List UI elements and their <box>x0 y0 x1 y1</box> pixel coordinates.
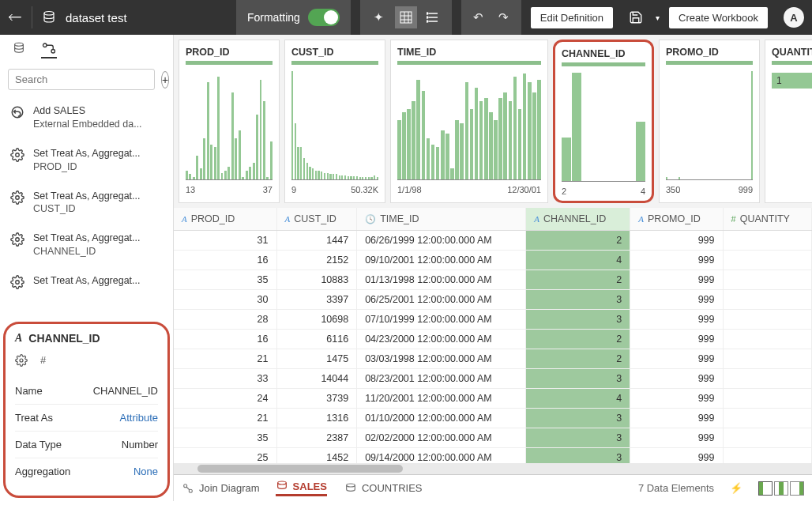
card-title: CHANNEL_ID <box>562 48 645 59</box>
save-chevron-icon[interactable]: ▾ <box>656 13 660 22</box>
column-header-PROMO_ID[interactable]: APROMO_ID <box>630 208 723 231</box>
cell-cust: 2152 <box>276 251 357 270</box>
table-row[interactable]: 21 1316 01/10/2000 12:00:00.000 AM 3 999 <box>174 409 812 428</box>
svg-point-9 <box>427 13 428 14</box>
action-item[interactable]: Set Treat As, Aggregat...CHANNEL_ID <box>0 224 171 266</box>
layout-right-icon[interactable] <box>790 481 804 496</box>
action-line2: PROD_ID <box>33 160 141 174</box>
table-row[interactable]: 35 2387 02/02/2000 12:00:00.000 AM 3 999 <box>174 428 812 448</box>
column-card-PROD_ID[interactable]: PROD_ID 1337 <box>179 40 280 203</box>
column-header-QUANTITY_S[interactable]: #QUANTITY <box>723 208 811 231</box>
card-quality-bar <box>186 61 273 65</box>
magic-wand-icon[interactable]: ✦ <box>368 6 390 28</box>
cell-qty <box>723 369 811 389</box>
column-properties-panel: A CHANNEL_ID # NameCHANNEL_IDTreat AsAtt… <box>3 322 170 498</box>
svg-point-13 <box>43 43 47 47</box>
edit-definition-button[interactable]: Edit Definition <box>531 7 613 28</box>
sidebar-tab-data[interactable] <box>11 43 27 58</box>
column-header-TIME_ID[interactable]: 🕓TIME_ID <box>357 208 526 231</box>
cell-cust: 6116 <box>276 330 357 349</box>
join-diagram-label: Join Diagram <box>199 482 260 494</box>
property-value: None <box>133 466 158 477</box>
svg-rect-1 <box>400 12 412 23</box>
layout-left-icon[interactable] <box>758 481 773 496</box>
action-line1: Set Treat As, Aggregat... <box>33 190 141 203</box>
footer: Join Diagram SALESCOUNTRIES 7 Data Eleme… <box>174 474 812 501</box>
column-card-CUST_ID[interactable]: CUST_ID 950.32K <box>284 40 385 203</box>
action-item[interactable]: Set Treat As, Aggregat... <box>0 266 171 298</box>
layout-icons <box>758 481 804 496</box>
cell-channel: 3 <box>526 448 630 464</box>
table-row[interactable]: 33 14044 08/23/2001 12:00:00.000 AM 3 99… <box>174 369 812 389</box>
add-step-button[interactable]: + <box>161 71 169 89</box>
cell-channel: 3 <box>526 310 630 330</box>
cell-qty <box>723 448 811 464</box>
data-elements-count: 7 Data Elements <box>638 482 714 494</box>
table-row[interactable]: 31 1447 06/26/1999 12:00:00.000 AM 2 999 <box>174 231 812 251</box>
table-row[interactable]: 28 10698 07/10/1999 12:00:00.000 AM 3 99… <box>174 310 812 330</box>
property-row[interactable]: AggregationNone <box>15 458 158 484</box>
save-icon[interactable] <box>622 10 649 25</box>
action-item[interactable]: Add SALESExternal Embedded da... <box>0 96 171 139</box>
cell-promo: 999 <box>630 270 723 290</box>
grid-view-icon[interactable] <box>395 6 417 28</box>
cell-prod: 16 <box>174 251 276 270</box>
hash-icon[interactable]: # <box>40 354 46 367</box>
action-item[interactable]: Set Treat As, Aggregat...PROD_ID <box>0 139 171 182</box>
action-item[interactable]: Set Treat As, Aggregat...CUST_ID <box>0 182 171 224</box>
svg-point-17 <box>16 195 20 199</box>
column-card-QUANTITY_S[interactable]: QUANTITY_S1 <box>765 40 812 203</box>
column-card-CHANNEL_ID[interactable]: CHANNEL_ID 24 <box>553 40 654 203</box>
cell-qty <box>723 270 811 290</box>
cell-cust: 10883 <box>276 270 357 290</box>
cell-prod: 30 <box>174 290 276 310</box>
cell-channel: 2 <box>526 231 630 251</box>
action-line1: Set Treat As, Aggregat... <box>33 232 141 245</box>
lightning-icon[interactable]: ⚡ <box>730 482 742 494</box>
column-card-PROMO_ID[interactable]: PROMO_ID 350999 <box>659 40 760 203</box>
back-arrow-icon[interactable]: 🡐 <box>8 9 22 26</box>
footer-tab-countries[interactable]: COUNTRIES <box>344 481 423 496</box>
svg-point-23 <box>277 481 286 484</box>
property-row[interactable]: NameCHANNEL_ID <box>15 378 158 405</box>
property-row[interactable]: Data TypeNumber <box>15 432 158 458</box>
redo-icon[interactable]: ↷ <box>493 6 515 28</box>
user-avatar[interactable]: A <box>784 7 804 28</box>
undo-icon[interactable]: ↶ <box>468 6 490 28</box>
cell-promo: 999 <box>630 448 723 464</box>
join-diagram-button[interactable]: Join Diagram <box>182 482 260 495</box>
cell-channel: 2 <box>526 270 630 290</box>
table-row[interactable]: 16 6116 04/23/2000 12:00:00.000 AM 2 999 <box>174 330 812 349</box>
data-table: APROD_IDACUST_ID🕓TIME_IDACHANNEL_IDAPROM… <box>174 208 812 463</box>
table-row[interactable]: 35 10883 01/13/1998 12:00:00.000 AM 2 99… <box>174 270 812 290</box>
list-view-icon[interactable] <box>422 6 444 28</box>
gear-icon[interactable] <box>15 354 28 367</box>
table-row[interactable]: 21 1475 03/03/1998 12:00:00.000 AM 2 999 <box>174 349 812 369</box>
cell-promo: 999 <box>630 349 723 369</box>
footer-tab-sales[interactable]: SALES <box>276 481 327 496</box>
formatting-toggle[interactable] <box>308 9 340 26</box>
action-line2: CHANNEL_ID <box>33 245 141 258</box>
cell-prod: 33 <box>174 369 276 389</box>
layout-mid-icon[interactable] <box>774 481 788 496</box>
data-table-wrap[interactable]: APROD_IDACUST_ID🕓TIME_IDACHANNEL_IDAPROM… <box>174 208 812 463</box>
column-header-CUST_ID[interactable]: ACUST_ID <box>276 208 357 231</box>
cell-cust: 1452 <box>276 448 357 464</box>
search-input[interactable] <box>8 69 155 90</box>
table-row[interactable]: 24 3739 11/20/2001 12:00:00.000 AM 4 999 <box>174 389 812 409</box>
svg-point-14 <box>51 50 55 54</box>
histogram-chart <box>666 71 753 180</box>
table-row[interactable]: 25 1452 09/14/2000 12:00:00.000 AM 3 999 <box>174 448 812 464</box>
property-row[interactable]: Treat AsAttribute <box>15 405 158 432</box>
column-header-CHANNEL_ID[interactable]: ACHANNEL_ID <box>526 208 630 231</box>
table-row[interactable]: 30 3397 06/25/2001 12:00:00.000 AM 3 999 <box>174 290 812 310</box>
column-card-TIME_ID[interactable]: TIME_ID 1/1/9812/30/01 <box>390 40 548 203</box>
cell-qty <box>723 349 811 369</box>
horizontal-scrollbar[interactable] <box>174 463 812 474</box>
create-workbook-button[interactable]: Create Workbook <box>669 7 768 28</box>
sidebar-tab-steps[interactable] <box>41 43 57 58</box>
column-header-PROD_ID[interactable]: APROD_ID <box>174 208 276 231</box>
svg-point-16 <box>16 153 20 157</box>
table-row[interactable]: 16 2152 09/10/2001 12:00:00.000 AM 4 999 <box>174 251 812 270</box>
card-title: CUST_ID <box>291 47 378 58</box>
